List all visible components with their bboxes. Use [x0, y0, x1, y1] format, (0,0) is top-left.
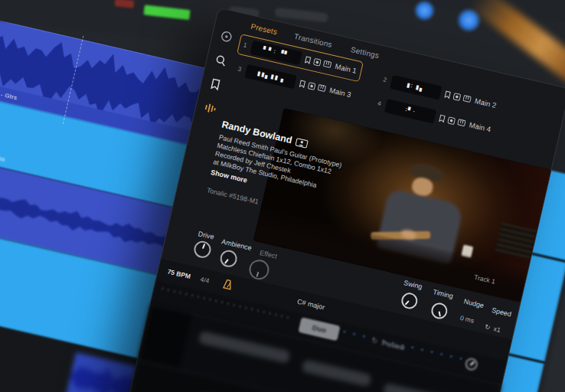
bookmark-icon[interactable]: [304, 55, 312, 64]
preset-label: Main 3: [328, 86, 351, 99]
toolbar-pill: [274, 8, 328, 23]
nudge-label: Nudge: [463, 298, 485, 310]
clip-red: [115, 0, 135, 8]
speaker-icon[interactable]: [447, 116, 456, 125]
preset-number: 4: [377, 100, 383, 108]
preset-thumbnail: ▘▘∶ ▝▘: [250, 40, 302, 64]
speed-reset-icon[interactable]: ↻: [484, 323, 491, 332]
keyboard-icon[interactable]: [317, 83, 327, 92]
speed-value[interactable]: x1: [493, 325, 501, 334]
speed-label: Speed: [491, 306, 512, 318]
metronome-icon[interactable]: [221, 278, 234, 292]
preset-label: Main 4: [469, 120, 492, 133]
key-display[interactable]: C# major: [296, 298, 325, 312]
blurred-control: [383, 383, 468, 392]
explore-icon[interactable]: [219, 29, 234, 44]
drive-label: Drive: [198, 230, 215, 240]
keyboard-icon[interactable]: [457, 119, 467, 127]
blurred-control: [198, 331, 291, 364]
tab-settings[interactable]: Settings: [350, 45, 380, 60]
preset-thumbnail: ▮▮▖▮▮▗: [244, 64, 296, 88]
sound-eq-icon[interactable]: [203, 101, 217, 116]
timing-label: Timing: [433, 288, 454, 300]
preset-number: 2: [382, 76, 388, 83]
tab-presets[interactable]: Presets: [250, 22, 278, 37]
ambience-knob[interactable]: [218, 249, 238, 269]
drive-knob[interactable]: [192, 240, 212, 260]
speaker-icon[interactable]: [312, 57, 322, 67]
keyboard-icon[interactable]: [462, 94, 472, 103]
preview-label[interactable]: Preview: [381, 339, 406, 352]
clip-green: [143, 5, 190, 20]
speaker-icon[interactable]: [452, 92, 462, 101]
effect-knob[interactable]: [247, 258, 271, 282]
tempo-display[interactable]: 75 BPM: [167, 267, 191, 280]
search-icon[interactable]: [214, 53, 228, 67]
preset-label: Main 2: [474, 96, 497, 109]
bookmark-icon[interactable]: [438, 113, 446, 122]
preset-label: Main 1: [335, 62, 358, 75]
bookmark-icon[interactable]: [299, 79, 307, 88]
preview-knob[interactable]: [464, 357, 478, 371]
keyboard-icon[interactable]: [322, 60, 332, 68]
blurred-control: [302, 359, 371, 387]
loop-icon[interactable]: ↻: [371, 336, 379, 346]
effect-label: Effect: [259, 249, 278, 260]
swing-label: Swing: [403, 279, 423, 290]
glow-button-blue: [413, 0, 436, 22]
time-signature: 4/4: [200, 275, 211, 284]
speaker-icon[interactable]: [307, 81, 316, 90]
preset-thumbnail: ∶▘·: [384, 99, 436, 123]
timing-knob[interactable]: [429, 301, 449, 320]
nudge-value[interactable]: 0 ms: [459, 314, 475, 325]
video-badge-icon: [295, 137, 309, 148]
dark-display-block: [138, 303, 193, 370]
swing-knob[interactable]: [400, 291, 419, 310]
preset-number: 1: [243, 41, 249, 49]
duo-button[interactable]: Duo: [298, 317, 340, 341]
preset-thumbnail: ▮∶ ▮▖: [390, 74, 442, 99]
preset-number: 3: [237, 65, 243, 73]
bookmark-icon[interactable]: [208, 77, 223, 92]
bookmark-icon[interactable]: [443, 90, 452, 99]
